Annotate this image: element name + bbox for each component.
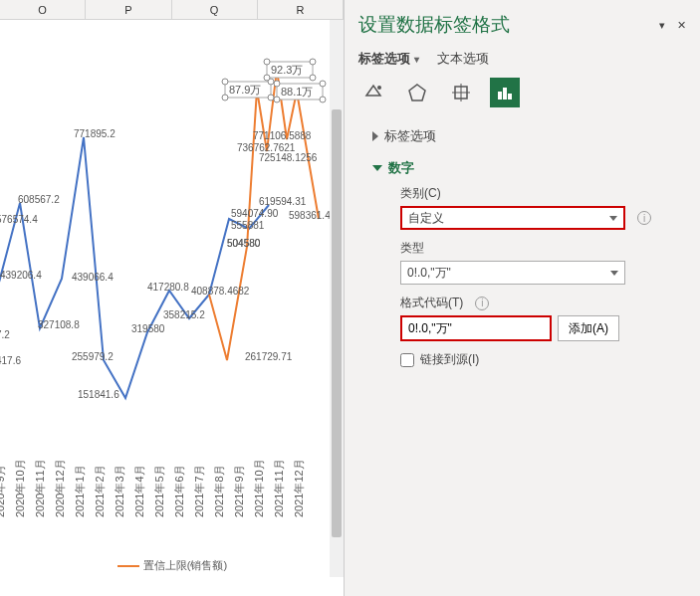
x-axis-category: 2021年10月 (253, 459, 265, 517)
x-axis-category: 2021年12月 (293, 459, 305, 517)
svg-point-16 (320, 97, 326, 102)
svg-rect-25 (508, 94, 512, 99)
svg-point-7 (264, 59, 270, 65)
selected-label-87.9[interactable]: 87.9万 (222, 79, 274, 100)
pane-title: 设置数据标签格式 (358, 12, 510, 38)
embedded-chart[interactable]: 7.2417.6576574.4439206.4608567.2327108.8… (0, 20, 345, 577)
data-label[interactable]: 408878.4682 (191, 286, 250, 297)
x-axis-category: 2021年8月 (213, 465, 225, 517)
svg-point-8 (310, 59, 316, 65)
svg-text:88.1万: 88.1万 (281, 86, 313, 98)
x-axis-category: 2020年11月 (34, 459, 46, 517)
pane-close-icon[interactable]: ✕ (677, 19, 686, 32)
svg-point-15 (274, 97, 280, 102)
type-label: 类型 (400, 240, 686, 257)
tab-text-options[interactable]: 文本选项 (437, 50, 489, 68)
link-source-label: 链接到源(I) (420, 351, 479, 368)
x-axis-category: 2021年4月 (133, 465, 145, 517)
x-axis-category: 2021年6月 (173, 465, 185, 517)
data-label[interactable]: 576574.4 (0, 214, 38, 225)
chevron-down-icon: ▾ (414, 54, 419, 65)
expand-icon (372, 131, 378, 141)
data-label[interactable]: 7.2 (0, 329, 10, 340)
legend-label: 置信上限(销售额) (143, 558, 227, 573)
format-pane: 设置数据标签格式 ▾ ✕ 标签选项 ▾ 文本选项 标签选项 (345, 0, 700, 596)
format-code-label: 格式代码(T) i (400, 295, 686, 311)
collapse-icon (372, 165, 382, 171)
data-label[interactable]: 319580 (131, 323, 165, 334)
series-sales[interactable] (0, 137, 269, 398)
effects-icon[interactable] (402, 78, 432, 107)
svg-text:87.9万: 87.9万 (229, 84, 261, 96)
tab-label-options[interactable]: 标签选项 ▾ (358, 50, 419, 68)
data-label[interactable]: 725148.1256 (259, 152, 318, 163)
x-axis-category: 2021年3月 (114, 465, 125, 517)
legend-swatch-icon (117, 565, 139, 567)
svg-point-3 (222, 95, 228, 100)
category-label: 类别(C) (400, 185, 686, 202)
info-icon[interactable]: i (637, 211, 651, 225)
add-button[interactable]: 添加(A) (558, 315, 619, 341)
data-label[interactable]: 771106.5888 (253, 130, 312, 141)
svg-point-18 (377, 86, 381, 90)
svg-point-14 (320, 81, 326, 87)
svg-point-9 (264, 75, 270, 81)
category-select[interactable]: 自定义 (400, 206, 625, 230)
size-properties-icon[interactable] (446, 78, 476, 107)
svg-marker-19 (409, 85, 425, 100)
data-label[interactable]: 261729.71 (245, 351, 293, 362)
svg-point-10 (310, 75, 316, 81)
x-axis-category: 2020年10月 (14, 459, 26, 517)
data-label[interactable]: 619594.31 (259, 196, 307, 207)
x-axis-category: 2021年2月 (94, 465, 106, 517)
pane-menu-icon[interactable]: ▾ (659, 19, 665, 32)
format-code-input[interactable] (400, 315, 552, 341)
col-o: O (0, 0, 86, 19)
x-axis-category: 2021年7月 (193, 465, 205, 517)
svg-point-13 (274, 81, 280, 87)
selected-label-88.1[interactable]: 88.1万 (274, 81, 326, 102)
chevron-down-icon (610, 271, 618, 276)
info-icon[interactable]: i (475, 297, 489, 310)
svg-rect-24 (503, 88, 507, 99)
data-label[interactable]: 504580 (227, 238, 261, 249)
data-label[interactable]: 439066.4 (72, 272, 114, 283)
x-axis-category: 2021年9月 (233, 465, 245, 517)
data-label[interactable]: 771895.2 (74, 128, 116, 139)
column-headers: O P Q R (0, 0, 344, 20)
vertical-scrollbar[interactable] (330, 20, 344, 577)
data-label[interactable]: 555881 (231, 220, 265, 231)
data-label[interactable]: 327108.8 (38, 319, 80, 330)
x-axis-category: 2020年9月 (0, 465, 6, 517)
label-options-icon[interactable] (490, 78, 520, 107)
col-q: Q (172, 0, 258, 19)
scrollbar-thumb[interactable] (332, 109, 342, 537)
data-label[interactable]: 417280.8 (147, 282, 189, 293)
svg-point-1 (222, 79, 228, 85)
data-label[interactable]: 608567.2 (18, 194, 60, 205)
chart-legend: 置信上限(销售额) (0, 558, 345, 573)
data-label[interactable]: 594074.90 (231, 208, 279, 219)
chevron-down-icon (609, 216, 617, 221)
type-select[interactable]: 0!.0,"万" (400, 261, 625, 285)
data-label[interactable]: 255979.2 (72, 351, 114, 362)
svg-point-4 (268, 95, 274, 100)
x-axis-category: 2021年1月 (74, 465, 86, 517)
col-r: R (258, 0, 344, 19)
fill-line-icon[interactable] (358, 78, 388, 107)
col-p: P (86, 0, 171, 19)
link-source-checkbox[interactable] (400, 353, 414, 367)
data-label[interactable]: 358215.2 (163, 309, 205, 320)
svg-rect-23 (498, 92, 502, 99)
section-label-options[interactable]: 标签选项 (372, 125, 686, 147)
data-label[interactable]: 151841.6 (78, 389, 119, 400)
x-axis-category: 2021年11月 (273, 459, 285, 517)
svg-text:92.3万: 92.3万 (271, 64, 303, 76)
selected-label-92.3[interactable]: 92.3万 (264, 59, 316, 81)
data-label[interactable]: 439206.4 (0, 270, 42, 281)
x-axis-category: 2020年12月 (54, 459, 66, 517)
data-label[interactable]: 417.6 (0, 355, 21, 366)
section-number[interactable]: 数字 (372, 157, 686, 179)
x-axis-category: 2021年5月 (153, 465, 165, 517)
